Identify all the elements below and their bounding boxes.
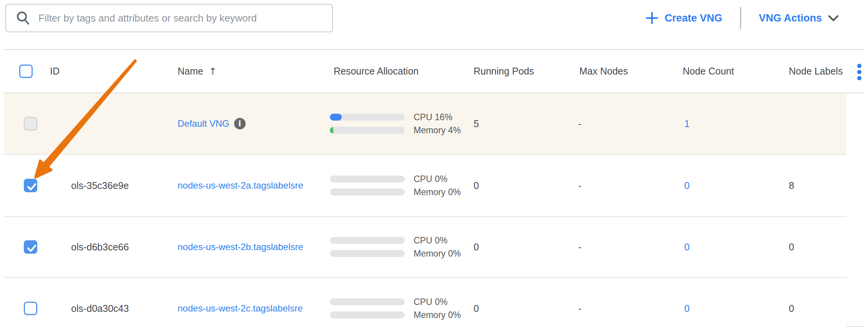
column-header-resource-allocation: Resource Allocation <box>334 50 419 93</box>
node-count-cell: 0 <box>684 217 690 277</box>
running-pods-value: 0 <box>474 278 479 328</box>
sort-ascending-icon: ↑ <box>209 66 217 77</box>
max-nodes-value: - <box>578 155 581 216</box>
row-checkbox[interactable] <box>24 240 37 254</box>
cpu-usage-label: CPU 0% <box>414 172 447 186</box>
info-icon[interactable]: i <box>234 118 246 129</box>
toolbar-divider <box>740 7 741 29</box>
memory-usage-bar <box>330 311 405 318</box>
cpu-usage-bar <box>330 114 405 121</box>
select-all-checkbox[interactable] <box>19 65 33 78</box>
column-header-node-labels: Node Labels <box>789 50 843 93</box>
table-row: ols-d6b3ce66 nodes-us-west-2b.tagslabels… <box>4 217 846 278</box>
vng-name-cell: nodes-us-west-2b.tagslabelsre i <box>178 217 303 277</box>
node-count-link[interactable]: 0 <box>684 180 690 191</box>
top-actions: Create VNG VNG Actions <box>643 4 868 32</box>
column-header-node-count: Node Count <box>683 50 734 93</box>
vng-name-link[interactable]: nodes-us-west-2c.tagslabelsre <box>178 303 303 314</box>
row-checkbox[interactable] <box>24 179 37 192</box>
node-count-cell: 0 <box>684 278 690 328</box>
node-labels-value: 0 <box>789 217 794 277</box>
cpu-usage-bar <box>330 237 405 244</box>
cpu-usage-label: CPU 16% <box>414 111 452 124</box>
node-labels-value: 0 <box>789 278 794 328</box>
memory-usage-label: Memory 4% <box>414 124 461 137</box>
running-pods-value: 5 <box>474 93 479 154</box>
search-icon <box>15 10 31 26</box>
node-count-link[interactable]: 0 <box>684 303 690 314</box>
cpu-usage-bar <box>330 176 405 182</box>
column-header-name[interactable]: Name ↑ <box>178 50 217 93</box>
vng-actions-button[interactable]: VNG Actions <box>757 12 841 25</box>
vng-name-cell: nodes-us-west-2c.tagslabelsre i <box>178 278 303 328</box>
row-checkbox[interactable] <box>24 302 37 315</box>
plus-icon <box>645 12 658 25</box>
create-vng-label: Create VNG <box>665 12 722 24</box>
vng-name-link[interactable]: Default VNG <box>178 118 229 129</box>
search-input[interactable] <box>38 12 326 25</box>
node-count-link[interactable]: 0 <box>684 242 690 253</box>
node-count-link[interactable]: 1 <box>684 118 690 129</box>
column-header-running-pods: Running Pods <box>474 50 534 93</box>
max-nodes-value: - <box>578 217 581 277</box>
table-header: ID Name ↑ Resource Allocation Running Po… <box>4 50 846 93</box>
memory-usage-bar <box>330 127 405 134</box>
node-count-cell: 0 <box>684 155 690 216</box>
column-settings-kebab-icon[interactable] <box>857 64 861 80</box>
column-header-id: ID <box>50 50 60 93</box>
cpu-usage-label: CPU 0% <box>414 234 447 247</box>
row-checkbox <box>24 117 37 131</box>
table-row: Default VNG i CPU 16% Memory 4% 5 - 1 <box>4 93 846 155</box>
vng-id: ols-d6b3ce66 <box>71 217 129 277</box>
memory-usage-bar <box>330 189 405 195</box>
chevron-down-icon <box>828 15 839 22</box>
vng-id: ols-d0a30c43 <box>71 278 129 328</box>
table-row: ols-35c36e9e nodes-us-west-2a.tagslabels… <box>4 155 846 217</box>
vng-name-cell: Default VNG i <box>178 93 246 154</box>
column-header-max-nodes: Max Nodes <box>579 50 628 93</box>
memory-usage-label: Memory 0% <box>414 186 461 199</box>
memory-usage-bar <box>330 250 405 257</box>
memory-usage-label: Memory 0% <box>414 308 461 321</box>
max-nodes-value: - <box>578 93 581 154</box>
filter-search-box <box>5 4 333 32</box>
vng-actions-label: VNG Actions <box>759 12 822 24</box>
running-pods-value: 0 <box>474 217 479 277</box>
cpu-usage-bar <box>330 298 405 305</box>
vng-name-cell: nodes-us-west-2a.tagslabelsre i <box>178 155 303 216</box>
node-labels-value: 8 <box>789 155 794 216</box>
node-count-cell: 1 <box>684 93 690 154</box>
vng-name-link[interactable]: nodes-us-west-2b.tagslabelsre <box>178 242 303 252</box>
vng-list-screen: Create VNG VNG Actions ID Name ↑ Resourc… <box>0 0 868 328</box>
vng-name-link[interactable]: nodes-us-west-2a.tagslabelsre <box>178 180 303 191</box>
cpu-usage-label: CPU 0% <box>414 295 447 308</box>
max-nodes-value: - <box>578 278 581 328</box>
running-pods-value: 0 <box>474 155 479 216</box>
vng-id: ols-35c36e9e <box>71 155 129 216</box>
memory-usage-label: Memory 0% <box>414 247 461 260</box>
table-row: ols-d0a30c43 nodes-us-west-2c.tagslabels… <box>4 278 846 328</box>
create-vng-button[interactable]: Create VNG <box>643 11 725 25</box>
